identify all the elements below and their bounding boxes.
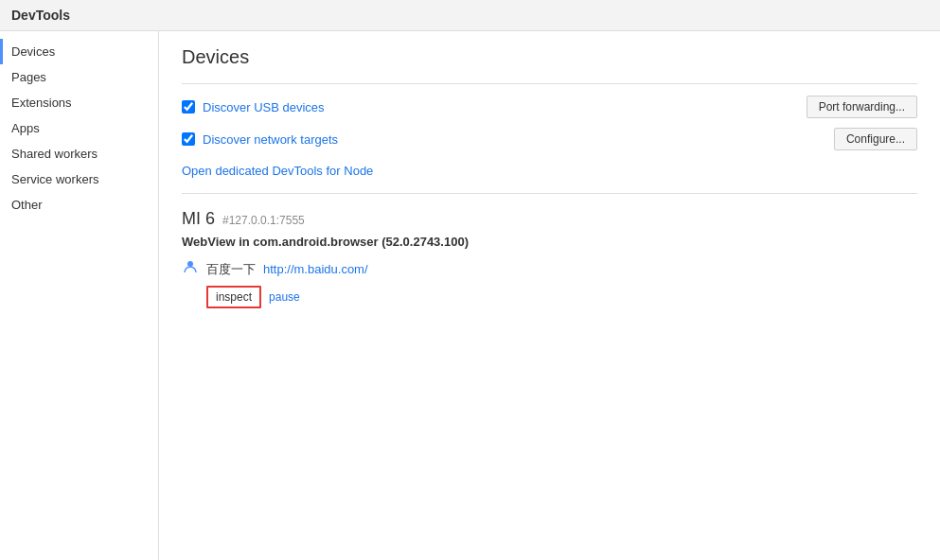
divider-middle — [182, 193, 917, 194]
tab-actions: inspect pause — [206, 286, 917, 308]
sidebar-item-extensions[interactable]: Extensions — [0, 90, 158, 115]
sidebar-item-devices[interactable]: Devices — [0, 39, 158, 64]
sidebar-item-service-workers[interactable]: Service workers — [0, 166, 158, 192]
discover-usb-label: Discover USB devices — [203, 100, 791, 114]
divider-top — [182, 83, 917, 84]
sidebar: Devices Pages Extensions Apps Shared wor… — [0, 31, 159, 560]
main-container: Devices Pages Extensions Apps Shared wor… — [0, 31, 940, 560]
tab-title: 百度一下 — [206, 261, 256, 278]
device-name: MI 6 — [182, 209, 215, 229]
pause-link[interactable]: pause — [269, 290, 300, 304]
top-bar-title: DevTools — [11, 8, 70, 23]
device-header: MI 6 #127.0.0.1:7555 — [182, 209, 917, 229]
top-bar: DevTools — [0, 0, 940, 31]
svg-point-0 — [187, 261, 193, 267]
content-area: Devices Discover USB devices Port forwar… — [159, 31, 940, 560]
port-forwarding-button[interactable]: Port forwarding... — [807, 96, 917, 118]
tab-icon — [182, 258, 199, 280]
discover-usb-checkbox[interactable] — [182, 100, 195, 114]
sidebar-item-pages[interactable]: Pages — [0, 64, 158, 90]
discover-network-label: Discover network targets — [203, 132, 819, 147]
sidebar-item-shared-workers[interactable]: Shared workers — [0, 141, 158, 166]
device-section: MI 6 #127.0.0.1:7555 WebView in com.andr… — [182, 209, 917, 308]
sidebar-item-other[interactable]: Other — [0, 192, 158, 218]
inspect-button[interactable]: inspect — [206, 286, 261, 308]
sidebar-item-apps[interactable]: Apps — [0, 115, 158, 141]
webview-info: WebView in com.android.browser (52.0.274… — [182, 235, 917, 249]
discover-network-checkbox[interactable] — [182, 132, 195, 146]
discover-network-row: Discover network targets Configure... — [182, 128, 917, 150]
discover-usb-row: Discover USB devices Port forwarding... — [182, 96, 917, 118]
open-devtools-link[interactable]: Open dedicated DevTools for Node — [182, 164, 373, 178]
device-address: #127.0.0.1:7555 — [222, 214, 305, 227]
tab-row: 百度一下 http://m.baidu.com/ — [182, 258, 917, 280]
page-title: Devices — [182, 46, 917, 68]
configure-button[interactable]: Configure... — [834, 128, 917, 150]
tab-url[interactable]: http://m.baidu.com/ — [263, 262, 368, 276]
